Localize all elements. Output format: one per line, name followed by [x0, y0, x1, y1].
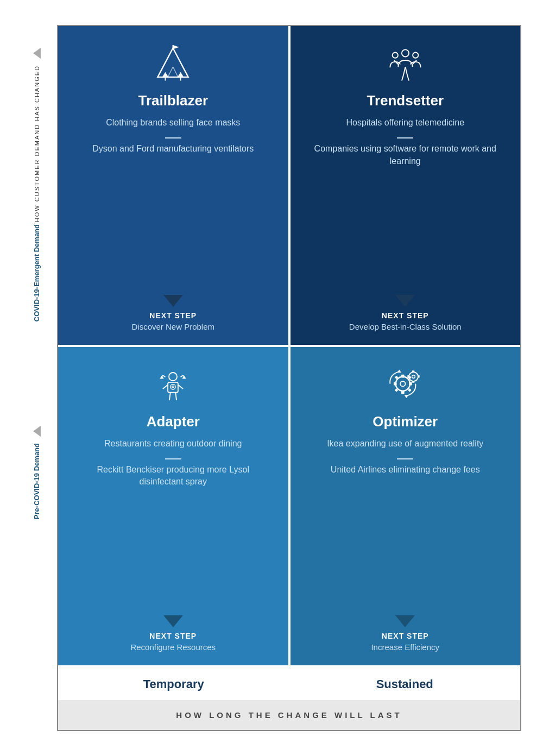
svg-line-25 [178, 385, 183, 389]
footer-bar: HOW LONG THE CHANGE WILL LAST [58, 700, 520, 730]
svg-line-8 [173, 67, 178, 77]
optimizer-desc1: Ikea expanding use of augmented reality [327, 438, 483, 450]
trendsetter-desc1: Hospitals offering telemedicine [346, 117, 464, 129]
svg-marker-45 [404, 395, 408, 398]
trendsetter-next-label: NEXT STEP [382, 311, 429, 320]
svg-marker-4 [162, 72, 168, 77]
arrow-demand-bottom [33, 426, 41, 437]
svg-line-14 [402, 75, 403, 80]
svg-point-9 [402, 49, 409, 56]
trailblazer-title: Trailblazer [138, 92, 208, 109]
optimizer-next-label: NEXT STEP [382, 632, 429, 640]
trendsetter-desc2: Companies using software for remote work… [307, 143, 504, 167]
trailblazer-divider [165, 137, 181, 138]
footer-text: HOW LONG THE CHANGE WILL LAST [176, 710, 402, 720]
svg-point-26 [171, 385, 175, 389]
svg-point-10 [392, 52, 397, 58]
side-main-label-bottom: Pre-COVID-19 Demand [33, 443, 41, 519]
trailblazer-next-label: NEXT STEP [149, 311, 197, 320]
adapter-title: Adapter [147, 413, 200, 430]
optimizer-quadrant: Optimizer Ikea expanding use of augmente… [291, 347, 521, 666]
adapter-icon [151, 363, 195, 407]
optimizer-divider [397, 458, 413, 459]
trendsetter-title: Trendsetter [367, 92, 444, 109]
svg-rect-43 [418, 375, 420, 378]
quadrant-grid: Trailblazer Clothing brands selling face… [58, 26, 520, 665]
svg-rect-31 [401, 391, 405, 394]
optimizer-icon [383, 363, 427, 407]
svg-rect-41 [412, 381, 414, 383]
svg-point-28 [395, 377, 409, 391]
trailblazer-quadrant: Trailblazer Clothing brands selling face… [58, 26, 288, 345]
svg-rect-40 [412, 370, 414, 373]
adapter-desc1: Restaurants creating outdoor dining [104, 438, 242, 450]
svg-line-13 [405, 67, 407, 75]
trailblazer-desc1: Clothing brands selling face masks [106, 117, 240, 129]
optimizer-arrow [395, 615, 415, 627]
trendsetter-quadrant: Trendsetter Hospitals offering telemedic… [291, 26, 521, 345]
svg-rect-33 [409, 382, 412, 386]
svg-rect-21 [168, 382, 178, 393]
optimizer-desc2: United Airlines eliminating change fees [331, 464, 480, 476]
svg-point-27 [172, 386, 174, 388]
arrow-demand-top [33, 48, 41, 59]
trendsetter-icon [383, 42, 427, 86]
svg-marker-6 [178, 72, 184, 77]
svg-point-39 [412, 375, 415, 379]
svg-rect-32 [394, 382, 397, 386]
adapter-arrow [163, 615, 183, 627]
svg-rect-42 [407, 375, 409, 378]
bottom-label-temporary: Temporary [58, 671, 289, 698]
trailblazer-desc2: Dyson and Ford manufacturing ventilators [92, 143, 254, 155]
svg-line-12 [403, 67, 406, 75]
main-content: Trailblazer Clothing brands selling face… [57, 25, 521, 731]
adapter-next-label: NEXT STEP [149, 632, 197, 640]
svg-rect-30 [401, 375, 405, 378]
svg-marker-2 [173, 45, 179, 49]
svg-line-7 [168, 67, 173, 77]
trailblazer-next-value: Discover New Problem [131, 322, 214, 331]
svg-line-23 [175, 393, 176, 400]
svg-line-24 [163, 385, 168, 389]
optimizer-next-value: Increase Efficiency [371, 642, 439, 652]
svg-point-29 [400, 381, 405, 386]
side-sub-label-top: HOW CUSTOMER DEMAND HAS CHANGED [34, 65, 40, 222]
svg-line-22 [169, 393, 171, 400]
optimizer-title: Optimizer [372, 413, 438, 430]
trendsetter-next-value: Develop Best-in-Class Solution [349, 322, 462, 331]
trailblazer-arrow [163, 295, 183, 307]
border-box: Trailblazer Clothing brands selling face… [57, 25, 521, 731]
bottom-labels: Temporary Sustained [58, 671, 520, 698]
svg-point-11 [413, 52, 418, 58]
adapter-desc2: Reckitt Benckiser producing more Lysol d… [74, 464, 272, 488]
bottom-label-sustained: Sustained [289, 671, 521, 698]
trailblazer-icon [151, 42, 195, 86]
svg-marker-0 [158, 48, 188, 77]
trendsetter-divider [397, 137, 413, 138]
svg-point-20 [169, 373, 177, 381]
svg-marker-44 [397, 369, 401, 373]
adapter-divider [165, 458, 181, 459]
svg-line-15 [407, 75, 409, 80]
side-label-container: HOW CUSTOMER DEMAND HAS CHANGED COVID-19… [22, 25, 54, 731]
adapter-next-value: Reconfigure Resources [130, 642, 216, 652]
side-main-label-top: COVID-19-Emergent Demand [33, 224, 41, 322]
adapter-quadrant: Adapter Restaurants creating outdoor din… [58, 347, 288, 666]
trendsetter-arrow [395, 295, 415, 307]
